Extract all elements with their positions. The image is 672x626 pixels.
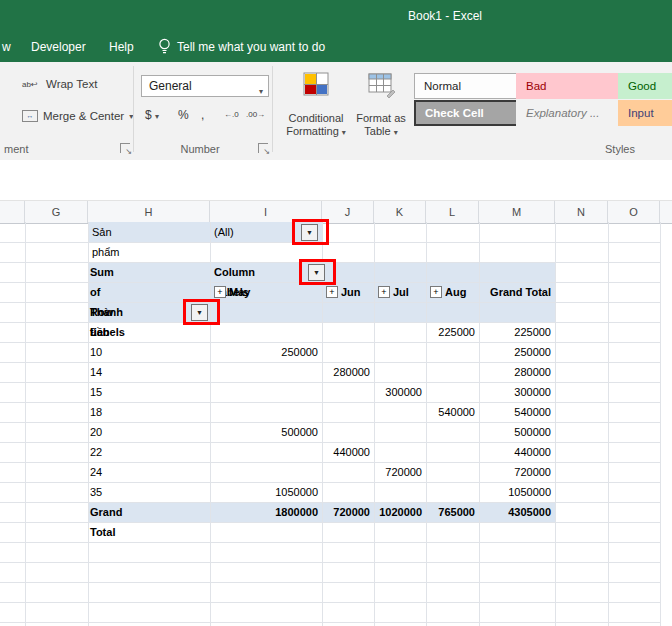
column-header-M[interactable]: M: [479, 201, 555, 223]
pivot-cell-value[interactable]: 280000: [479, 362, 551, 382]
pivot-cell-value[interactable]: 440000: [479, 442, 551, 462]
highlight-box-row-labels: [183, 299, 220, 325]
comma-style-button[interactable]: ,: [201, 108, 204, 122]
group-label-styles: Styles: [585, 143, 655, 155]
window-title: Book1 - Excel: [360, 9, 530, 23]
lightbulb-icon: [158, 38, 171, 55]
column-group-label-aug[interactable]: Aug: [445, 282, 466, 302]
grand-total-row-label[interactable]: Grand Total: [90, 502, 122, 522]
grand-total-value[interactable]: 720000: [322, 502, 370, 522]
column-header-K[interactable]: K: [374, 201, 426, 223]
number-format-select[interactable]: General ▾: [141, 75, 269, 97]
pivot-cell-value[interactable]: 300000: [374, 382, 422, 402]
number-dialog-launcher[interactable]: ↘: [258, 143, 268, 153]
pivot-cell-value[interactable]: 1050000: [479, 482, 551, 502]
tab-partial[interactable]: w: [2, 40, 11, 54]
ribbon: ab↩ Wrap Text ↔ Merge & Center ▾ ↘ Gener…: [0, 62, 672, 161]
launcher-arrow-icon: ↘: [125, 147, 132, 156]
merge-center-label: Merge & Center: [43, 110, 124, 122]
grand-total-value[interactable]: 765000: [426, 502, 475, 522]
gridline-horizontal: [0, 622, 660, 623]
pivot-row-label[interactable]: 35: [90, 482, 102, 502]
pivot-cell-value[interactable]: 540000: [479, 402, 551, 422]
expand-button-jun[interactable]: +: [326, 286, 338, 298]
tab-help[interactable]: Help: [109, 40, 134, 54]
pivot-row-label[interactable]: 10: [90, 342, 102, 362]
expand-button-jul[interactable]: +: [378, 286, 390, 298]
pivot-row-label[interactable]: 14: [90, 362, 102, 382]
pivot-cell-value[interactable]: 250000: [210, 342, 318, 362]
column-group-label-may[interactable]: May: [229, 282, 250, 302]
pivot-cell-value[interactable]: 225000: [426, 322, 475, 342]
pivot-cell-value[interactable]: 250000: [479, 342, 551, 362]
format-as-table-icon: [367, 70, 395, 98]
pivot-cell-value[interactable]: 300000: [479, 382, 551, 402]
merge-center-button[interactable]: ↔ Merge & Center ▾: [22, 110, 133, 122]
highlight-box-report-filter: [292, 219, 329, 245]
pivot-row-label[interactable]: 18: [90, 402, 102, 422]
pivot-row-label[interactable]: 9: [90, 322, 96, 342]
column-header-L[interactable]: L: [426, 201, 479, 223]
tell-me-label: Tell me what you want to do: [177, 40, 325, 54]
chevron-down-icon: ▾: [259, 82, 263, 102]
pivot-cell-value[interactable]: 500000: [210, 422, 318, 442]
column-labels-label[interactable]: Column Labels: [214, 262, 255, 282]
report-filter-label[interactable]: Sản phẩm: [92, 222, 120, 242]
group-label-number: Number: [150, 143, 250, 155]
column-header-J[interactable]: J: [322, 201, 374, 223]
tell-me-box[interactable]: Tell me what you want to do: [158, 38, 325, 55]
currency-format-button[interactable]: $ ▾: [145, 108, 159, 122]
pivot-cell-value[interactable]: 280000: [322, 362, 370, 382]
merge-center-icon: ↔: [22, 110, 38, 122]
gridline-vertical: [660, 222, 661, 626]
grand-total-value[interactable]: 4305000: [479, 502, 551, 522]
conditional-formatting-label-1: Conditional: [283, 112, 349, 125]
alignment-dialog-launcher[interactable]: ↘: [120, 143, 130, 153]
pivot-measure-label[interactable]: Sum of Thành tiền: [90, 262, 123, 282]
pivot-cell-value[interactable]: 225000: [479, 322, 551, 342]
wrap-text-label: Wrap Text: [46, 78, 97, 90]
increase-decimal-button[interactable]: ←.0: [224, 110, 239, 119]
pivot-row-label[interactable]: 22: [90, 442, 102, 462]
expand-button-aug[interactable]: +: [430, 286, 442, 298]
row-labels-label[interactable]: Row Labels: [90, 302, 125, 322]
decrease-decimal-button[interactable]: .00→: [246, 110, 265, 119]
style-check-cell[interactable]: Check Cell: [414, 100, 524, 126]
expand-button-may[interactable]: +: [214, 286, 226, 298]
cell-styles-gallery: NormalBadGoodCheck CellExplanatory ...In…: [414, 73, 672, 127]
pivot-row-label[interactable]: 24: [90, 462, 102, 482]
column-header-row: GHIJKLMNO: [0, 200, 672, 224]
column-header-N[interactable]: N: [555, 201, 608, 223]
style-explanatory[interactable]: Explanatory ...: [516, 100, 626, 126]
group-label-alignment: ment: [4, 143, 44, 155]
pivot-row-label[interactable]: 20: [90, 422, 102, 442]
column-header-O[interactable]: O: [608, 201, 660, 223]
gridline-horizontal: [0, 562, 660, 563]
column-group-label-jul[interactable]: Jul: [393, 282, 409, 302]
highlight-box-column-labels: [299, 259, 336, 285]
conditional-formatting-label-2: Formatting: [286, 125, 339, 137]
wrap-text-button[interactable]: ab↩ Wrap Text: [22, 78, 97, 90]
pivot-cell-value[interactable]: 440000: [322, 442, 370, 462]
group-divider: [272, 66, 273, 152]
pivot-cell-value[interactable]: 500000: [479, 422, 551, 442]
tab-developer[interactable]: Developer: [31, 40, 86, 54]
style-bad[interactable]: Bad: [516, 73, 626, 99]
grand-total-value[interactable]: 1800000: [210, 502, 318, 522]
pivot-cell-value[interactable]: 540000: [426, 402, 475, 422]
pivot-cell-value[interactable]: 1050000: [210, 482, 318, 502]
column-header-H[interactable]: H: [88, 201, 210, 223]
column-header-G[interactable]: G: [25, 201, 88, 223]
style-input[interactable]: Input: [618, 100, 672, 126]
column-group-label-jun[interactable]: Jun: [341, 282, 361, 302]
conditional-formatting-icon: [302, 70, 330, 98]
pivot-row-label[interactable]: 15: [90, 382, 102, 402]
grand-total-column-header[interactable]: Grand Total: [479, 282, 551, 302]
percent-style-button[interactable]: %: [178, 108, 189, 122]
pivot-cell-value[interactable]: 720000: [374, 462, 422, 482]
pivot-cell-value[interactable]: 720000: [479, 462, 551, 482]
grand-total-value[interactable]: 1020000: [374, 502, 422, 522]
style-normal[interactable]: Normal: [414, 73, 524, 99]
style-good[interactable]: Good: [618, 73, 672, 99]
report-filter-value[interactable]: (All): [214, 222, 234, 242]
